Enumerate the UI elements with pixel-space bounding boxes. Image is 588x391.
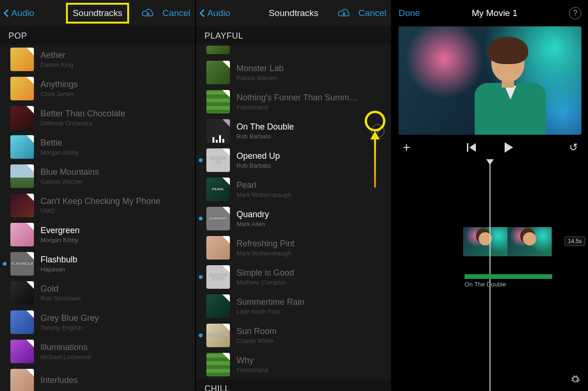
add-track-button[interactable]: + (371, 124, 384, 138)
track-title: Aether (41, 50, 188, 60)
track-title: Opened Up (237, 151, 384, 161)
track-artist: Matthew Compton (237, 279, 384, 286)
add-media-button[interactable]: + (400, 140, 414, 155)
track-row-partial[interactable] (196, 45, 391, 58)
video-clip[interactable] (463, 227, 552, 257)
preview-subject (468, 40, 553, 135)
track-list-pop[interactable]: AetherDarren KingAnythingsChris JamesBet… (0, 45, 195, 391)
audio-clip[interactable] (465, 274, 552, 279)
track-row[interactable]: Interludes (0, 366, 195, 391)
track-row[interactable]: SIMPLE IS GOODSimple is GoodMatthew Comp… (196, 262, 391, 292)
downloaded-dot-icon (199, 275, 203, 279)
track-artist: Chris James (41, 90, 188, 98)
downloaded-dot-icon (3, 262, 7, 266)
clip-duration-badge: 14.5s (564, 236, 585, 246)
track-thumbnail (206, 236, 230, 260)
track-title: Evergreen (41, 226, 188, 236)
track-thumbnail (10, 281, 34, 305)
track-thumbnail: FLASHBULB (10, 252, 34, 276)
timeline[interactable]: 14.5s On The Double (392, 159, 588, 391)
track-artist: Tommy English (41, 324, 188, 331)
track-artist: Hapasan (41, 266, 188, 273)
project-settings-button[interactable] (569, 373, 581, 385)
section-header-chill: CHILL (196, 379, 391, 391)
track-artist: Michael Lockwood (41, 353, 188, 360)
track-title: Refreshing Pint (237, 239, 384, 249)
navbar: Audio Soundtracks Cancel (196, 0, 391, 26)
cancel-button[interactable]: Cancel (163, 8, 190, 18)
video-preview[interactable] (399, 26, 581, 135)
back-label: Audio (11, 8, 34, 18)
track-row[interactable]: QUANDRYQuandryMark Allen (196, 204, 391, 233)
track-artist: Freckleland (237, 367, 384, 374)
audio-clip-label: On The Double (465, 281, 506, 288)
track-title: Grey Blue Grey (41, 313, 188, 323)
chevron-left-icon (200, 9, 208, 17)
undo-button[interactable]: ↺ (566, 140, 580, 155)
back-to-audio-button[interactable]: Audio (201, 8, 230, 18)
track-row[interactable]: GoldRob Simonsen (0, 278, 195, 308)
back-to-audio-button[interactable]: Audio (5, 8, 34, 18)
track-title: Interludes (41, 375, 188, 385)
track-thumbnail: PEARL (206, 178, 230, 201)
track-title: Flashbulb (41, 255, 188, 265)
track-row[interactable]: BettieMorgan Kibby (0, 132, 195, 162)
track-row[interactable]: AnythingsChris James (0, 74, 195, 103)
track-row[interactable]: OPENED UPOpened UpRob Barbato (196, 146, 391, 175)
track-thumbnail (10, 340, 34, 363)
cancel-button[interactable]: Cancel (359, 8, 386, 18)
track-artist: Morgan Kibby (41, 236, 188, 244)
track-list-playful[interactable]: Monster LabPatrick WarrenNothing's Funne… (196, 58, 391, 379)
skip-to-start-button[interactable] (464, 140, 478, 155)
help-button[interactable]: ? (569, 7, 581, 19)
track-row[interactable]: FLASHBULBFlashbulbHapasan (0, 249, 195, 278)
section-header-pop: POP (0, 26, 195, 45)
track-title: Blue Mountains (41, 167, 188, 177)
track-row[interactable]: Nothing's Funner Than Summ…Freckleland (196, 87, 391, 116)
track-row[interactable]: AetherDarren King (0, 45, 195, 74)
track-row[interactable]: Can't Keep Checking My PhoneUMO (0, 191, 195, 220)
downloaded-dot-icon (199, 334, 203, 337)
track-row[interactable]: IlluminationsMichael Lockwood (0, 337, 195, 366)
track-thumbnail (10, 77, 34, 100)
transport-controls: + ↺ (392, 135, 588, 158)
track-artist: Little North Fork (237, 308, 384, 315)
track-thumbnail: OPENED UP (206, 148, 230, 172)
project-title: My Movie 1 (472, 8, 517, 18)
download-all-cloud-icon[interactable] (141, 8, 155, 18)
track-row[interactable]: Summertime RainLittle North Fork (196, 292, 391, 321)
track-thumbnail (206, 46, 230, 54)
download-all-cloud-icon[interactable] (337, 8, 351, 18)
done-button[interactable]: Done (399, 8, 420, 18)
track-title: On The Double (237, 122, 365, 132)
track-thumbnail: SUN ROOM (206, 324, 230, 347)
track-thumbnail (10, 164, 34, 188)
track-artist: Rob Barbato (237, 133, 365, 140)
now-playing-eq-icon (206, 119, 230, 143)
track-row[interactable]: EvergreenMorgan Kibby (0, 220, 195, 249)
track-row[interactable]: Monster LabPatrick Warren (196, 58, 391, 87)
track-title: Summertime Rain (237, 297, 384, 307)
play-button[interactable] (502, 140, 516, 155)
track-thumbnail: QUANDRY (206, 207, 230, 230)
track-artist: Morgan Kibby (41, 149, 188, 156)
track-row[interactable]: Grey Blue GreyTommy English (0, 308, 195, 337)
track-artist: Charlie White (237, 337, 384, 344)
track-row[interactable]: On The DoubleRob Barbato+ (196, 116, 391, 146)
track-row[interactable]: Blue MountainsGabriel Witcher (0, 162, 195, 191)
track-thumbnail (206, 90, 230, 114)
soundtracks-panel-pop: Audio Soundtracks Cancel POP AetherDarre… (0, 0, 196, 391)
track-artist: Mark Mothersbaugh (237, 191, 384, 198)
track-thumbnail (206, 61, 230, 84)
track-row[interactable]: Refreshing PintMark Mothersbaugh (196, 233, 391, 262)
navbar: Audio Soundtracks Cancel (0, 0, 195, 26)
track-row[interactable]: PEARLPearlMark Mothersbaugh (196, 175, 391, 204)
track-title: Gold (41, 284, 188, 294)
track-title: Why (237, 356, 384, 366)
soundtracks-panel-playful: Audio Soundtracks Cancel PLAYFUL Monster… (196, 0, 392, 391)
downloaded-dot-icon (199, 158, 203, 162)
track-row[interactable]: SUN ROOMSun RoomCharlie White (196, 321, 391, 350)
track-row[interactable]: WhyFreckleland (196, 350, 391, 379)
track-thumbnail (10, 106, 34, 130)
track-row[interactable]: Better Than ChocolateDriftmob Orchestra (0, 103, 195, 132)
